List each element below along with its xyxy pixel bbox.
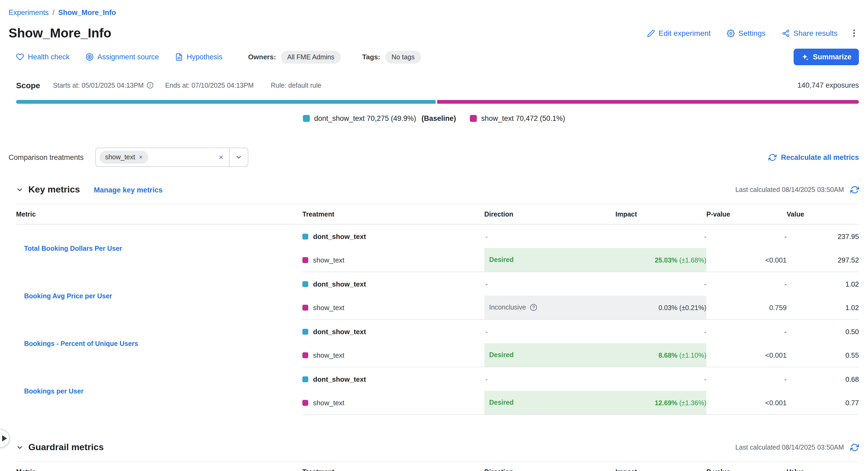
settings-label: Settings [739, 29, 766, 37]
value-cell: 0.50 [787, 319, 859, 343]
tags-chip[interactable]: No tags [385, 51, 421, 63]
p-value-cell: - [706, 224, 787, 248]
share-icon [782, 29, 789, 37]
clear-selection-icon[interactable]: × [219, 154, 223, 161]
metric-link[interactable]: Bookings - Percent of Unique Users [24, 340, 138, 347]
comparison-chip-label: show_text [105, 154, 135, 161]
impact-empty: - [703, 232, 706, 240]
impact-value: 0.03% [658, 304, 678, 311]
treatment-name: show_text [313, 256, 344, 264]
share-results-label: Share results [793, 29, 837, 37]
split-legend: dont_show_text 70,275 (49.9%) (Baseline)… [0, 113, 868, 124]
metric-link[interactable]: Total Booking Dollars Per User [24, 245, 122, 253]
edit-experiment-button[interactable]: Edit experiment [647, 29, 711, 37]
direction-badge: Inconclusive [489, 304, 526, 311]
refresh-guardrail-metrics-button[interactable] [850, 443, 859, 452]
p-value-cell: - [706, 272, 787, 296]
direction-badge: Desired [489, 399, 514, 406]
tags-group: Tags: No tags [362, 51, 421, 63]
question-circle-icon[interactable] [530, 304, 537, 311]
treatment-name: show_text [313, 399, 344, 407]
column-header-treatment: Treatment [302, 462, 484, 471]
value-cell: 0.55 [787, 343, 859, 367]
recalculate-all-metrics-button[interactable]: Recalculate all metrics [769, 153, 859, 161]
owners-chip[interactable]: All FME Admins [281, 51, 341, 63]
manage-key-metrics-link[interactable]: Manage key metrics [94, 186, 163, 194]
chevron-down-icon [235, 154, 243, 161]
treatment-color-swatch [302, 400, 308, 405]
key-metrics-title: Key metrics [28, 184, 80, 195]
baseline-split-segment [16, 100, 436, 104]
recalculate-label: Recalculate all metrics [781, 153, 859, 161]
comparison-select-value[interactable]: show_text × × [96, 148, 229, 166]
metric-link[interactable]: Bookings per User [24, 387, 84, 395]
treatment-color-swatch [302, 233, 308, 239]
comparison-treatments-label: Comparison treatments [8, 153, 84, 161]
comparison-treatments-select[interactable]: show_text × × [95, 147, 249, 167]
baseline-swatch [303, 115, 310, 122]
impact-ci: (±1.10%) [678, 351, 706, 359]
treatment-split-segment [437, 100, 859, 104]
impact-ci: (±1.36%) [678, 399, 706, 407]
treatment-color-swatch [302, 281, 308, 287]
comparison-chip[interactable]: show_text × [100, 151, 148, 164]
impact-value: 8.68% [658, 351, 678, 359]
metric-link[interactable]: Booking Avg Price per User [24, 292, 112, 300]
health-check-button[interactable]: Health check [16, 53, 69, 61]
comparison-treatments-row: Comparison treatments show_text × × Reca… [0, 147, 868, 167]
dropdown-toggle-button[interactable] [229, 148, 248, 166]
edit-experiment-label: Edit experiment [658, 29, 711, 37]
collapse-chevron-icon[interactable] [16, 186, 24, 194]
summarize-button[interactable]: Summarize [794, 49, 859, 65]
allocation-split-bar [16, 100, 859, 104]
treatment-legend-label: show_text 70,472 (50.1%) [481, 114, 565, 122]
column-header-value: Value [787, 462, 859, 471]
guardrail-metrics-table: Metric Treatment Direction Impact P-valu… [16, 461, 859, 471]
impact-empty: - [703, 328, 706, 335]
settings-button[interactable]: Settings [727, 29, 766, 37]
baseline-tag: (Baseline) [422, 114, 456, 122]
treatment-name: dont_show_text [313, 232, 366, 240]
assignment-source-button[interactable]: Assignment source [86, 53, 159, 61]
impact-empty: - [703, 280, 706, 288]
header: Show_More_Info Edit experiment Settings … [0, 25, 868, 41]
chip-remove-icon[interactable]: × [139, 154, 143, 160]
key-metrics-table: Metric Treatment Direction Impact P-valu… [16, 204, 859, 415]
breadcrumb-experiments[interactable]: Experiments [8, 7, 49, 18]
arrow-right-icon [2, 435, 7, 442]
hypothesis-button[interactable]: Hypothesis [175, 53, 223, 61]
direction-badge: Desired [489, 351, 514, 359]
direction-empty: - [484, 328, 488, 335]
treatment-name: dont_show_text [313, 375, 366, 383]
document-icon [175, 53, 183, 61]
impact-ci: (±0.21%) [678, 304, 706, 311]
scope-rule: Rule: default rule [271, 81, 321, 89]
toolbar: Health check Assignment source Hypothesi… [0, 49, 868, 65]
baseline-legend-label: dont_show_text 70,275 (49.9%) [314, 114, 416, 122]
scope-section-header: Scope Starts at: 05/01/2025 04:13PM Ends… [0, 80, 868, 91]
p-value-cell: 0.759 [706, 296, 787, 319]
p-value-cell: - [706, 367, 787, 391]
scope-ends-at: Ends at: 07/10/2025 04:13PM [165, 81, 254, 89]
key-metrics-last-calculated: Last calculated 08/14/2025 03:50AM [735, 186, 844, 194]
hypothesis-label: Hypothesis [187, 53, 223, 61]
column-header-impact: Impact [615, 204, 706, 224]
scope-starts-at: Starts at: 05/01/2025 04:13PM [53, 81, 144, 89]
more-options-button[interactable] [849, 28, 859, 38]
collapse-chevron-icon[interactable] [16, 444, 24, 451]
refresh-key-metrics-button[interactable] [850, 186, 859, 194]
metric-row: Bookings per Userdont_show_text---0.68 [16, 367, 859, 391]
heart-icon [16, 53, 24, 61]
metric-row: Bookings - Percent of Unique Usersdont_s… [16, 319, 859, 343]
health-check-label: Health check [28, 53, 69, 61]
share-results-button[interactable]: Share results [782, 29, 837, 37]
column-header-direction: Direction [484, 204, 615, 224]
value-cell: 0.68 [787, 367, 859, 391]
p-value-cell: - [706, 319, 787, 343]
direction-badge: Desired [489, 256, 514, 264]
key-metrics-header: Key metrics Manage key metrics Last calc… [0, 183, 868, 196]
treatment-name: show_text [313, 303, 344, 311]
treatment-name: show_text [313, 351, 344, 359]
breadcrumb-current[interactable]: Show_More_Info [58, 7, 116, 18]
info-icon[interactable] [146, 82, 153, 89]
